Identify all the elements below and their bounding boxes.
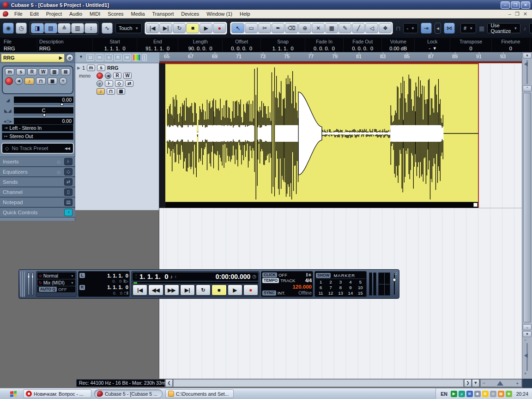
input-routing[interactable]: ⇥Left - Stereo In xyxy=(2,124,73,132)
infoline-field-start[interactable]: Start1. 1. 1. 0 xyxy=(93,38,137,52)
inspector-toggle-button[interactable]: ◨ xyxy=(31,23,44,33)
inspector-section-equalizers[interactable]: Equalizers◇◇ xyxy=(0,167,75,177)
nudge-value-dropdown[interactable]: -▼ xyxy=(403,23,418,33)
menu-transport[interactable]: Transport xyxy=(149,10,178,18)
track-timebase-button[interactable]: ♪ xyxy=(97,88,105,95)
infoline-field-offset[interactable]: Offset0. 0. 0. 0 xyxy=(223,38,261,52)
zoom-preset-dropdown-h[interactable]: ▼ xyxy=(472,379,479,387)
slider-knob[interactable] xyxy=(393,278,396,282)
track-preset-selector[interactable]: ◇ No Track Preset ◀◀ xyxy=(1,143,74,154)
constrain-delay-compensation-button[interactable]: ◷ xyxy=(16,23,27,34)
infoline-field-fade-in[interactable]: Fade In0. 0. 0. 0 xyxy=(305,38,344,52)
glue-tool[interactable]: ✒ xyxy=(272,23,284,33)
menu-edit[interactable]: Edit xyxy=(26,10,42,18)
bypass-diamond-icon[interactable]: ◇ xyxy=(57,159,60,164)
menu-file[interactable]: File xyxy=(11,10,26,18)
marker-button-1[interactable]: 1 xyxy=(316,279,326,284)
menu-devices[interactable]: Devices xyxy=(177,10,203,18)
track-lanes-button[interactable]: ▦ xyxy=(117,88,125,95)
zoom-slider-handle[interactable] xyxy=(497,381,503,386)
menu-project[interactable]: Project xyxy=(42,10,66,18)
tempo-value[interactable]: 120.000 xyxy=(262,284,312,290)
grid-type-icon[interactable]: ▦ xyxy=(479,25,484,32)
scrub-tool[interactable]: ◁ xyxy=(365,23,378,33)
position-nudge-buttons[interactable]: ＋－ xyxy=(134,274,138,279)
track-monitor-button[interactable]: ◀ xyxy=(105,73,111,79)
menu-audio[interactable]: Audio xyxy=(66,10,86,18)
quantize-dropdown[interactable]: Use Quantize▼ xyxy=(487,23,520,33)
format-toggle-icon[interactable]: ↕ xyxy=(175,274,177,279)
marker-button-13[interactable]: 13 xyxy=(336,290,345,296)
chevron-down-icon[interactable]: ▼ xyxy=(77,54,85,61)
left-locator-value[interactable]: 1. 1. 1. 0 xyxy=(107,273,128,278)
scroll-right-button[interactable]: ❯ xyxy=(464,379,472,387)
freeze-button[interactable]: ✳ xyxy=(59,77,67,85)
menu-scores[interactable]: Scores xyxy=(104,10,127,18)
track-mute-button[interactable]: m xyxy=(87,65,95,71)
marker-button-5[interactable]: 5 xyxy=(356,279,365,284)
marker-button-11[interactable]: 11 xyxy=(316,290,326,296)
tp-stop-button[interactable]: ■ xyxy=(212,284,226,296)
tp-goto-end-button[interactable]: ▶| xyxy=(180,284,195,296)
transport-panel[interactable]: ⊙ Normal▼ ↻ Mix (MIDI)▼ AUTO Q OFF L 1. … xyxy=(18,269,399,299)
taskbar-task-cubase[interactable]: Cubase 5 - [Cubase 5 ... xyxy=(94,389,163,398)
range-selection-tool[interactable]: ▭ xyxy=(245,23,258,33)
menu-window-1-[interactable]: Window (1) xyxy=(203,10,236,18)
click-button[interactable]: CLICK xyxy=(262,272,277,278)
taskbar-task-folder[interactable]: C:\Documents and Set... xyxy=(165,389,234,398)
mdi-close-button[interactable]: ✕ xyxy=(523,11,527,17)
object-selection-tool[interactable]: ↖ xyxy=(231,23,244,33)
track-name[interactable]: RRG xyxy=(107,65,118,71)
track-solo-button[interactable]: s xyxy=(97,65,105,71)
event-display-area[interactable] xyxy=(159,63,522,379)
right-locator-value[interactable]: 1. 1. 1. 0 xyxy=(107,284,128,290)
left-locator-row[interactable]: L 1. 1. 1. 0 xyxy=(79,272,128,278)
marker-button-6[interactable]: 6 xyxy=(316,285,326,290)
utorrent-tray-icon[interactable]: µ xyxy=(459,391,465,397)
marker-button-9[interactable]: 9 xyxy=(345,285,355,290)
zoom-tool[interactable]: ⊕ xyxy=(298,23,311,33)
transport-resize-icon[interactable]: ◿ xyxy=(394,271,397,275)
title-bar[interactable]: Cubase 5 - [Cubase 5 Project - Untitled1… xyxy=(0,0,532,10)
mdi-restore-button[interactable]: ❐ xyxy=(515,11,520,17)
notepad-icon[interactable]: ▤ xyxy=(64,199,73,206)
global-read-button[interactable]: R xyxy=(114,54,122,61)
pan-slider[interactable] xyxy=(14,114,73,116)
goto-prev-marker-button[interactable]: |◀ xyxy=(146,23,159,33)
event-resize-handle[interactable] xyxy=(473,203,478,207)
color-tool[interactable]: ❖ xyxy=(379,23,392,33)
menu-media[interactable]: Media xyxy=(127,10,149,18)
marker-button-14[interactable]: 14 xyxy=(345,290,355,296)
record-button[interactable]: ● xyxy=(213,23,226,33)
quantize-value-display[interactable]: 1/64 xyxy=(529,23,532,33)
transport-drag-handle[interactable] xyxy=(20,271,25,297)
close-button[interactable]: ✕ xyxy=(521,1,530,9)
vertical-zoom-slider[interactable] xyxy=(526,343,528,371)
inspector-section-inserts[interactable]: Inserts◇⊦ xyxy=(0,157,75,167)
marker-button-15[interactable]: 15 xyxy=(356,290,365,296)
pan-value[interactable]: C xyxy=(14,107,73,114)
split-tool[interactable]: ✂ xyxy=(258,23,271,33)
update-tray-icon[interactable]: ▦ xyxy=(498,391,504,397)
marker-button-10[interactable]: 10 xyxy=(356,285,365,290)
track-write-button[interactable]: W xyxy=(123,73,132,79)
show-markers-button[interactable]: SHOW xyxy=(316,273,331,278)
messenger-tray-icon[interactable]: ✿ xyxy=(482,391,489,397)
minimize-button[interactable]: – xyxy=(501,1,510,9)
tp-cycle-button[interactable]: ↻ xyxy=(196,284,211,296)
track-color-button[interactable] xyxy=(133,54,141,61)
draw-tool[interactable]: ✎ xyxy=(339,23,351,33)
right-locator-row[interactable]: R 1. 1. 1. 0 xyxy=(79,284,128,290)
mute-button[interactable]: m xyxy=(5,68,14,75)
track-1[interactable]: ▶ 1 m s RRG mono ◀ R W e ⊦ ◇ ⇄ xyxy=(75,63,159,97)
marker-button-8[interactable]: 8 xyxy=(336,285,345,290)
scroll-up-button[interactable]: ⌃ xyxy=(523,85,532,91)
time-position-value[interactable]: 0:00:00.000 xyxy=(216,273,251,280)
post-roll-value[interactable]: 0. 0 xyxy=(113,291,122,296)
musical-timebase-button[interactable]: ♪ xyxy=(24,78,34,85)
master-level-slider[interactable] xyxy=(392,272,397,296)
tp-forward-button[interactable]: ▶▶ xyxy=(164,284,179,296)
zoom-preset-dropdown[interactable]: ▼ xyxy=(523,331,532,337)
timewarp-tool[interactable]: ▦ xyxy=(325,23,338,33)
lane-display-button[interactable]: ▦ xyxy=(48,78,57,85)
